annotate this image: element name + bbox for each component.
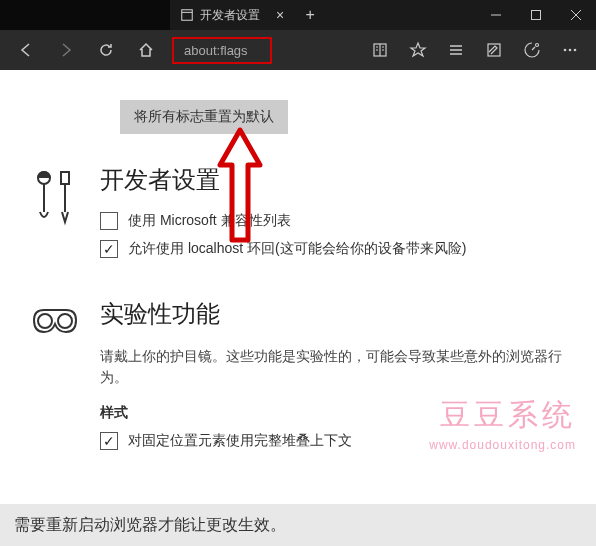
more-button[interactable] — [552, 32, 588, 68]
checkbox-label: 允许使用 localhost 环回(这可能会给你的设备带来风险) — [128, 240, 466, 258]
restart-notice-bar: 需要重新启动浏览器才能让更改生效。 — [0, 504, 596, 546]
svg-point-18 — [569, 49, 572, 52]
svg-rect-15 — [488, 44, 500, 56]
toolbar: about:flags — [0, 30, 596, 70]
tab-page-icon — [180, 8, 194, 22]
page-content: 将所有标志重置为默认 开发者设置 使用 Microsoft 兼容性列表 允许使用… — [0, 70, 596, 504]
restart-notice-text: 需要重新启动浏览器才能让更改生效。 — [14, 515, 286, 536]
reset-flags-button[interactable]: 将所有标志重置为默认 — [120, 100, 288, 134]
developer-section: 开发者设置 使用 Microsoft 兼容性列表 允许使用 localhost … — [20, 164, 576, 268]
svg-rect-0 — [182, 10, 193, 21]
favorites-button[interactable] — [400, 32, 436, 68]
experimental-section-title: 实验性功能 — [100, 298, 566, 330]
svg-rect-3 — [532, 11, 541, 20]
checkbox-label: 使用 Microsoft 兼容性列表 — [128, 212, 291, 230]
notes-button[interactable] — [476, 32, 512, 68]
hub-button[interactable] — [438, 32, 474, 68]
wrench-screwdriver-icon — [30, 164, 80, 268]
checkbox-icon[interactable] — [100, 212, 118, 230]
refresh-button[interactable] — [88, 32, 124, 68]
experimental-section: 实验性功能 请戴上你的护目镜。这些功能是实验性的，可能会导致某些意外的浏览器行为… — [20, 298, 576, 460]
checkbox-checked-icon[interactable] — [100, 240, 118, 258]
reading-list-button[interactable] — [362, 32, 398, 68]
maximize-button[interactable] — [516, 0, 556, 30]
minimize-button[interactable] — [476, 0, 516, 30]
back-button[interactable] — [8, 32, 44, 68]
svg-rect-22 — [61, 172, 69, 184]
tab-close-button[interactable]: × — [270, 7, 290, 23]
svg-point-19 — [574, 49, 577, 52]
close-window-button[interactable] — [556, 0, 596, 30]
svg-point-16 — [536, 44, 539, 47]
tab-title: 开发者设置 — [200, 7, 260, 24]
home-button[interactable] — [128, 32, 164, 68]
developer-section-title: 开发者设置 — [100, 164, 566, 196]
experimental-desc: 请戴上你的护目镜。这些功能是实验性的，可能会导致某些意外的浏览器行为。 — [100, 346, 566, 388]
svg-point-25 — [58, 314, 72, 328]
checkbox-row[interactable]: 允许使用 localhost 环回(这可能会给你的设备带来风险) — [100, 240, 566, 258]
goggles-icon — [30, 298, 80, 460]
titlebar: 开发者设置 × + — [0, 0, 596, 30]
checkbox-label: 对固定位置元素使用完整堆叠上下文 — [128, 432, 352, 450]
new-tab-button[interactable]: + — [290, 0, 330, 30]
checkbox-checked-icon[interactable] — [100, 432, 118, 450]
browser-tab[interactable]: 开发者设置 — [170, 0, 270, 30]
titlebar-blank-left — [0, 0, 170, 30]
svg-point-17 — [564, 49, 567, 52]
checkbox-row[interactable]: 使用 Microsoft 兼容性列表 — [100, 212, 566, 230]
forward-button[interactable] — [48, 32, 84, 68]
checkbox-row[interactable]: 对固定位置元素使用完整堆叠上下文 — [100, 432, 566, 450]
address-bar[interactable]: about:flags — [172, 37, 272, 64]
share-button[interactable] — [514, 32, 550, 68]
style-subsection-title: 样式 — [100, 404, 566, 422]
svg-point-24 — [38, 314, 52, 328]
